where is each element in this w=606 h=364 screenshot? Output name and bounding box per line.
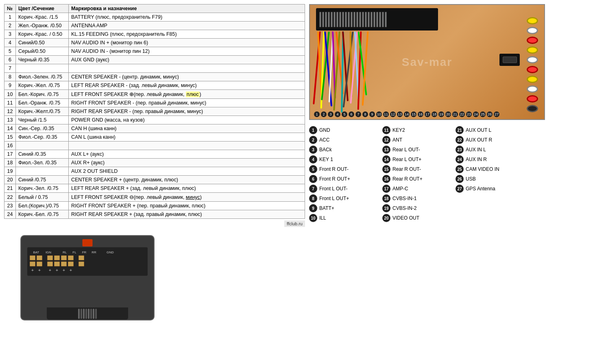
legend-label: Front R OUT-	[319, 166, 349, 172]
legend-item: 20VIDEO OUT	[382, 214, 447, 222]
cell-num: 20	[4, 176, 16, 184]
legend-num: 27	[456, 185, 464, 193]
cell-marking: AUX L+ (аукс)	[69, 150, 305, 159]
cell-marking: KL.15 FEEDING (плюс, предохранитель F85)	[69, 30, 305, 39]
cell-marking: AUX GND (аукс)	[69, 56, 305, 64]
table-row: 16	[4, 142, 305, 150]
label-fr: FR	[80, 251, 88, 254]
cell-num: 22	[4, 193, 16, 202]
legend-label: BACk	[319, 147, 332, 153]
wire-bundle	[316, 31, 442, 117]
table-row: 24Корич.-Бел. /0.75RIGHT REAR SPEAKER + …	[4, 210, 305, 219]
legend-num: 14	[382, 155, 390, 163]
col-header-num: №	[4, 4, 16, 13]
legend-item: 12ANT	[382, 136, 447, 144]
legend-item: 25CAM VIDEO IN	[456, 165, 521, 173]
legend-item: 26USB	[456, 175, 521, 183]
table-row: 12Корич.-Желт./0.75RIGHT REAR SPEAKER - …	[4, 107, 305, 116]
connector-pin-area: BAT IGN RL FL FR RR GND	[27, 247, 148, 276]
legend-label: AMP-C	[392, 186, 408, 192]
legend-num: 17	[382, 185, 390, 193]
table-row: 1Корич.-Крас. /1.5BATTERY (плюс, предохр…	[4, 13, 305, 22]
cell-marking: RIGHT REAR SPEAKER - (пер. правый динами…	[69, 107, 305, 116]
legend-item: 6Front R OUT+	[309, 175, 374, 183]
legend-label: ANT	[392, 137, 402, 143]
cell-color: Корич.-Желт./0.75	[16, 107, 69, 116]
connector-body-image: BAT IGN RL FL FR RR GND	[20, 235, 155, 320]
legend-item: 27GPS Antenna	[456, 185, 521, 193]
legend-num: 5	[309, 165, 317, 173]
legend-col-2: 11KEY212ANT13Rear L OUT-14Rear L OUT+15R…	[382, 126, 447, 222]
cell-color: Корич.-Зел. /0.75	[16, 184, 69, 193]
cell-num: 7	[4, 64, 16, 73]
legend-item: 19CVBS-IN-2	[382, 204, 447, 212]
cell-color: Корич.-Крас. / 0.50	[16, 30, 69, 39]
legend-label: VIDEO OUT	[392, 215, 419, 221]
cell-color: Белый / 0.75	[16, 193, 69, 202]
pin-row-1	[30, 255, 145, 260]
cell-color: Корич.-Крас. /1.5	[16, 13, 69, 22]
legend-item: 9BATT+	[309, 204, 374, 212]
cell-color: Син.-Сер. /0.35	[16, 124, 69, 133]
cell-num: 23	[4, 202, 16, 210]
cell-color: Фиол.-Сер. /0.35	[16, 133, 69, 142]
legend-label: CVBS-IN-2	[392, 205, 416, 211]
legend-item: 14Rear L OUT+	[382, 155, 447, 163]
cell-num: 2	[4, 22, 16, 30]
legend-num: 16	[382, 175, 390, 183]
legend-num: 23	[456, 146, 464, 154]
legend-num: 24	[456, 155, 464, 163]
legend-item: 17AMP-C	[382, 185, 447, 193]
cell-color: Черный /0.35	[16, 56, 69, 64]
cell-num: 11	[4, 99, 16, 107]
legend-num: 18	[382, 194, 390, 203]
legend-label: KEY 1	[319, 157, 333, 162]
cell-num: 14	[4, 124, 16, 133]
cell-color: Фиол.-Зел. /0.35	[16, 159, 69, 167]
legend-label: Rear L OUT-	[392, 147, 420, 153]
legend-label: CAM VIDEO IN	[466, 166, 499, 172]
legend-label: AUX OUT R	[466, 137, 492, 143]
legend-num: 12	[382, 136, 390, 144]
cell-marking: BATTERY (плюс, предохранитель F79)	[69, 13, 305, 22]
cell-color: Синий /0.35	[16, 150, 69, 159]
connector-notch	[83, 239, 93, 246]
connector-labels: BAT IGN RL FL FR RR GND	[30, 251, 145, 254]
cell-marking: RIGHT FRONT SPEAKER - (пер. правый динам…	[69, 99, 305, 107]
connector-assembly: BAT IGN RL FL FR RR GND	[20, 235, 155, 320]
cell-color: Синий /0.75	[16, 176, 69, 184]
cell-num: 6	[4, 56, 16, 64]
cell-color: Фиол.-Зелен. /0.75	[16, 73, 69, 81]
legend-item: 11KEY2	[382, 126, 447, 134]
legend-num: 13	[382, 146, 390, 154]
cell-num: 13	[4, 116, 16, 124]
cell-num: 16	[4, 142, 16, 150]
legend-num: 22	[456, 136, 464, 144]
legend-num: 4	[309, 155, 317, 163]
table-row: 4Синий/0.50NAV AUDIO IN + (монитор пин 6…	[4, 39, 305, 47]
legend-item: 18CVBS-IN-1	[382, 194, 447, 203]
legend-label: Front L OUT+	[319, 196, 349, 201]
legend-item: 4KEY 1	[309, 155, 374, 163]
legend-num: 7	[309, 185, 317, 193]
legend-label: AUX IN R	[466, 157, 487, 162]
legend-label: USB	[466, 176, 476, 182]
cell-color	[16, 167, 69, 176]
table-row: 9Корич.-Жел. /0.75LEFT REAR SPEAKER - (з…	[4, 81, 305, 90]
table-row: 6Черный /0.35AUX GND (аукс)	[4, 56, 305, 64]
cell-num: 21	[4, 184, 16, 193]
cell-num: 15	[4, 133, 16, 142]
highlight-minus: минус	[186, 194, 200, 200]
legend-num: 26	[456, 175, 464, 183]
cell-marking	[69, 64, 305, 73]
cable-exit	[47, 307, 128, 320]
label-rl: RL	[61, 251, 69, 254]
cell-marking: NAV AUDIO IN - (монитор пин 12)	[69, 47, 305, 56]
cell-marking: RIGHT REAR SPEAKER + (зад. правый динами…	[69, 210, 305, 219]
legend-num: 11	[382, 126, 390, 134]
legend-col-1: 1GND2ACC3BACk4KEY 15Front R OUT-6Front R…	[309, 126, 374, 222]
legend-item: 2ACC	[309, 136, 374, 144]
cell-num: 5	[4, 47, 16, 56]
label-bat: BAT	[30, 251, 43, 254]
main-container: № Цвет /Сечение Маркировка и назначение …	[0, 0, 606, 231]
